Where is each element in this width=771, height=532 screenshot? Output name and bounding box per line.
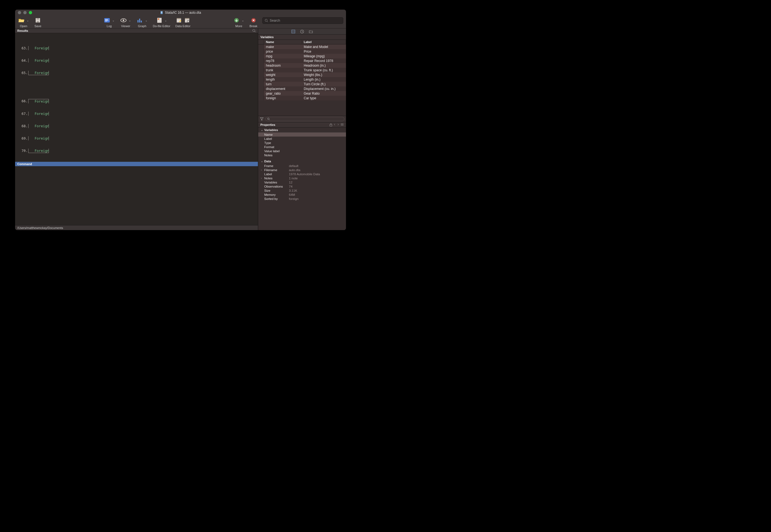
svg-rect-3 <box>161 13 162 13</box>
var-label: Displacement (cu. in.) <box>302 87 346 91</box>
list-icon[interactable] <box>340 123 344 126</box>
prop-row: Notes <box>258 153 346 157</box>
var-name: mpg <box>264 54 302 58</box>
log-dropdown[interactable]: ⌄ <box>112 17 115 23</box>
svg-rect-13 <box>137 20 139 22</box>
log-icon <box>104 18 110 23</box>
data-edit-icon <box>176 18 181 23</box>
svg-point-25 <box>265 19 267 21</box>
prop-row: Format <box>258 145 346 149</box>
properties-pane: ⌄Variables Name Label Type Format Value … <box>258 128 346 230</box>
dataeditor-label: Data Editor <box>175 24 190 28</box>
results-pane[interactable]: 63.Foreign 64.Foreign 65.Foreign 66.Fore… <box>15 33 258 162</box>
svg-rect-35 <box>330 124 332 126</box>
prop-row: ›Notes1 note <box>258 176 346 180</box>
viewer-button[interactable] <box>120 17 127 24</box>
svg-line-22 <box>189 22 190 23</box>
filter-icon[interactable] <box>260 117 264 121</box>
save-button[interactable] <box>34 17 41 24</box>
var-label: Headroom (in.) <box>302 64 346 67</box>
props-section-variables[interactable]: ⌄Variables <box>258 128 346 132</box>
col-name[interactable]: Name <box>264 40 302 44</box>
log-button[interactable] <box>103 17 111 24</box>
variable-row[interactable]: pricePrice <box>258 49 346 54</box>
search-icon <box>265 19 268 22</box>
graph-dropdown[interactable]: ⌄ <box>145 17 148 23</box>
prop-row: Variables12 <box>258 180 346 184</box>
more-dropdown[interactable]: ⌄ <box>241 17 244 23</box>
titlebar: Stata/IC 16.1 — auto.dta <box>15 10 346 16</box>
variable-row[interactable]: mpgMileage (mpg) <box>258 54 346 58</box>
nav-arrows-icon[interactable] <box>334 123 339 126</box>
results-search-icon[interactable] <box>252 29 256 32</box>
prop-row: Observations74 <box>258 184 346 188</box>
variable-row[interactable]: rep78Repair Record 1978 <box>258 58 346 63</box>
var-name: weight <box>264 73 302 77</box>
var-name: turn <box>264 82 302 86</box>
variables-filter-input[interactable] <box>265 117 344 121</box>
break-button[interactable] <box>250 17 257 24</box>
var-name: rep78 <box>264 59 302 63</box>
var-label: Gear Ratio <box>302 92 346 95</box>
variable-row[interactable]: makeMake and Model <box>258 44 346 49</box>
variable-row[interactable]: gear_ratioGear Ratio <box>258 91 346 96</box>
svg-rect-14 <box>139 19 140 22</box>
variable-row[interactable]: foreignCar type <box>258 96 346 100</box>
variable-row[interactable]: displacementDisplacement (cu. in.) <box>258 86 346 91</box>
variable-row[interactable]: headroomHeadroom (in.) <box>258 63 346 68</box>
var-label: Turn Circle (ft.) <box>302 82 346 86</box>
viewer-label: Viewer <box>121 24 130 28</box>
var-label: Car type <box>302 96 346 100</box>
save-icon <box>35 18 41 23</box>
svg-rect-1 <box>161 12 162 12</box>
history-icon[interactable] <box>300 30 304 33</box>
command-input[interactable] <box>15 166 258 225</box>
search-placeholder: Search <box>270 19 280 22</box>
break-icon <box>251 18 256 23</box>
folder-icon[interactable] <box>309 30 313 33</box>
prop-row: Memory64M <box>258 193 346 197</box>
graph-label: Graph <box>138 24 146 28</box>
prop-row: Size3.11K <box>258 188 346 193</box>
variable-row[interactable]: weightWeight (lbs.) <box>258 72 346 77</box>
break-label: Break <box>249 24 257 28</box>
var-name: trunk <box>264 68 302 72</box>
open-button[interactable] <box>18 17 25 24</box>
list-cell: Foreign <box>31 46 51 50</box>
col-label[interactable]: Label <box>302 40 346 44</box>
var-label: Weight (lbs.) <box>302 73 346 77</box>
variable-row[interactable]: trunkTrunk space (cu. ft.) <box>258 68 346 72</box>
variables-header: Variables <box>258 35 346 40</box>
command-header: Command <box>15 162 258 166</box>
graph-button[interactable] <box>136 17 143 24</box>
variable-row[interactable]: lengthLength (in.) <box>258 77 346 82</box>
search-input[interactable]: Search <box>262 17 343 24</box>
prop-row: Label <box>258 137 346 141</box>
viewer-dropdown[interactable]: ⌄ <box>128 17 131 23</box>
panel-vars-icon[interactable] <box>291 30 295 33</box>
dataeditor-edit-button[interactable] <box>175 17 182 24</box>
open-dropdown[interactable]: ⌄ <box>26 17 29 23</box>
app-window: Stata/IC 16.1 — auto.dta ⌄ Open Save <box>15 10 346 230</box>
right-iconbar <box>258 29 346 35</box>
more-button[interactable] <box>233 17 240 24</box>
var-label: Repair Record 1978 <box>302 59 346 63</box>
variables-columns: Name Label <box>258 40 346 44</box>
var-name: foreign <box>264 96 302 100</box>
dataeditor-browse-button[interactable] <box>183 17 191 24</box>
dofile-button[interactable] <box>156 17 163 24</box>
status-bar: /Users/matthewmckay/Documents <box>15 225 258 230</box>
props-section-data[interactable]: ⌄Data <box>258 159 346 164</box>
data-browse-icon <box>185 18 190 23</box>
dofile-label: Do-file Editor <box>153 24 170 28</box>
more-label: More <box>235 24 242 28</box>
svg-line-26 <box>267 21 268 22</box>
var-name: headroom <box>264 64 302 67</box>
variables-table: Name Label makeMake and ModelpricePricem… <box>258 40 346 116</box>
eye-icon <box>120 18 126 22</box>
variable-row[interactable]: turnTurn Circle (ft.) <box>258 82 346 86</box>
bar-chart-icon <box>137 18 143 23</box>
dofile-dropdown[interactable]: ⌄ <box>164 17 167 23</box>
prop-row: Value label <box>258 149 346 153</box>
lock-icon[interactable] <box>329 123 332 126</box>
